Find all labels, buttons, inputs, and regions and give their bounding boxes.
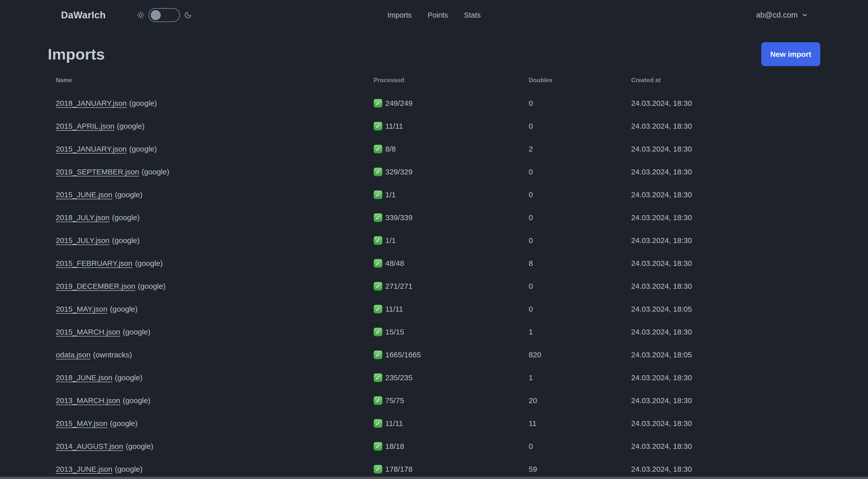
nav-link-imports[interactable]: Imports: [387, 11, 412, 19]
check-icon: ✓: [374, 122, 382, 130]
created-at-cell: 24.03.2024, 18:30: [631, 321, 812, 343]
processed-count: 1665/1665: [385, 351, 421, 359]
import-file-link[interactable]: 2018_JUNE.json: [56, 373, 112, 382]
table-row: 2019_SEPTEMBER.json(google) ✓ 329/329 0 …: [56, 160, 812, 183]
import-file-link[interactable]: 2019_DECEMBER.json: [56, 282, 135, 290]
table-row: odata.json(owntracks) ✓ 1665/1665 820 24…: [56, 343, 812, 366]
doubles-cell: 1: [529, 321, 631, 343]
toggle-knob: [151, 10, 161, 20]
processed-count: 1/1: [385, 236, 396, 245]
created-at-cell: 24.03.2024, 18:30: [631, 252, 812, 275]
check-icon: ✓: [374, 168, 382, 176]
import-file-link[interactable]: 2013_MARCH.json: [56, 396, 120, 405]
name-cell: 2018_JUNE.json(google): [56, 366, 374, 389]
processed-cell: ✓ 15/15: [374, 321, 529, 343]
import-source-label: (google): [110, 305, 137, 313]
nav-link-points[interactable]: Points: [428, 11, 448, 19]
table-row: 2018_JANUARY.json(google) ✓ 249/249 0 24…: [56, 92, 812, 115]
doubles-cell: 0: [529, 229, 631, 252]
processed-count: 15/15: [385, 328, 404, 336]
name-cell: 2013_JUNE.json(google): [56, 458, 374, 479]
table-row: 2015_JULY.json(google) ✓ 1/1 0 24.03.202…: [56, 229, 812, 252]
name-cell: 2018_JANUARY.json(google): [56, 92, 374, 115]
import-source-label: (google): [142, 168, 169, 176]
check-icon: ✓: [374, 351, 382, 359]
main-nav: Imports Points Stats: [387, 11, 480, 19]
import-file-link[interactable]: 2018_JULY.json: [56, 213, 110, 222]
created-at-cell: 24.03.2024, 18:05: [631, 343, 812, 366]
table-row: 2019_DECEMBER.json(google) ✓ 271/271 0 2…: [56, 275, 812, 298]
import-file-link[interactable]: 2015_JULY.json: [56, 236, 110, 244]
check-icon: ✓: [374, 236, 382, 245]
created-at-cell: 24.03.2024, 18:30: [631, 206, 812, 229]
processed-cell: ✓ 75/75: [374, 389, 529, 412]
app-logo: DaWarIch: [61, 10, 106, 21]
import-file-link[interactable]: 2015_MAY.json: [56, 305, 107, 313]
theme-toggle-switch[interactable]: [149, 8, 180, 22]
doubles-cell: 1: [529, 366, 631, 389]
table-row: 2015_MARCH.json(google) ✓ 15/15 1 24.03.…: [56, 321, 812, 343]
import-source-label: (google): [123, 328, 150, 336]
nav-link-stats[interactable]: Stats: [464, 11, 481, 19]
processed-cell: ✓ 48/48: [374, 252, 529, 275]
doubles-cell: 0: [529, 275, 631, 298]
doubles-cell: 59: [529, 458, 631, 479]
doubles-cell: 2: [529, 138, 631, 160]
import-source-label: (google): [110, 419, 137, 427]
table-row: 2015_JUNE.json(google) ✓ 1/1 0 24.03.202…: [56, 183, 812, 206]
doubles-cell: 820: [529, 343, 631, 366]
import-source-label: (google): [135, 259, 163, 267]
import-file-link[interactable]: 2015_FEBRUARY.json: [56, 259, 133, 267]
table-row: 2018_JULY.json(google) ✓ 339/339 0 24.03…: [56, 206, 812, 229]
table-header-row: Name Processed Doubles Created at: [56, 68, 812, 92]
column-header-doubles: Doubles: [529, 68, 631, 92]
check-icon: ✓: [374, 190, 382, 199]
import-source-label: (google): [126, 442, 153, 450]
import-file-link[interactable]: 2015_JANUARY.json: [56, 145, 127, 153]
created-at-cell: 24.03.2024, 18:30: [631, 229, 812, 252]
import-file-link[interactable]: odata.json: [56, 351, 90, 359]
check-icon: ✓: [374, 99, 382, 108]
processed-cell: ✓ 178/178: [374, 458, 529, 479]
processed-count: 75/75: [385, 396, 404, 405]
table-row: 2013_JUNE.json(google) ✓ 178/178 59 24.0…: [56, 458, 812, 479]
name-cell: 2015_FEBRUARY.json(google): [56, 252, 374, 275]
moon-icon: [184, 11, 192, 19]
doubles-cell: 0: [529, 435, 631, 458]
created-at-cell: 24.03.2024, 18:05: [631, 298, 812, 321]
import-file-link[interactable]: 2013_JUNE.json: [56, 465, 112, 473]
check-icon: ✓: [374, 145, 382, 153]
import-file-link[interactable]: 2015_APRIL.json: [56, 122, 115, 130]
horizontal-scrollbar[interactable]: [0, 477, 868, 479]
name-cell: 2015_JUNE.json(google): [56, 183, 374, 206]
account-menu[interactable]: ab@cd.com: [756, 10, 808, 20]
import-source-label: (google): [138, 282, 165, 290]
processed-count: 18/18: [385, 442, 404, 451]
created-at-cell: 24.03.2024, 18:30: [631, 92, 812, 115]
check-icon: ✓: [374, 396, 382, 405]
processed-cell: ✓ 1665/1665: [374, 343, 529, 366]
doubles-cell: 0: [529, 115, 631, 138]
name-cell: 2013_MARCH.json(google): [56, 389, 374, 412]
created-at-cell: 24.03.2024, 18:30: [631, 389, 812, 412]
import-file-link[interactable]: 2015_MAY.json: [56, 419, 107, 427]
check-icon: ✓: [374, 419, 382, 428]
import-file-link[interactable]: 2015_JUNE.json: [56, 190, 112, 199]
table-row: 2015_MAY.json(google) ✓ 11/11 11 24.03.2…: [56, 412, 812, 435]
import-file-link[interactable]: 2019_SEPTEMBER.json: [56, 168, 139, 176]
processed-count: 11/11: [385, 305, 403, 313]
name-cell: 2015_MAY.json(google): [56, 298, 374, 321]
processed-cell: ✓ 235/235: [374, 366, 529, 389]
table-row: 2015_APRIL.json(google) ✓ 11/11 0 24.03.…: [56, 115, 812, 138]
import-file-link[interactable]: 2014_AUGUST.json: [56, 442, 123, 450]
processed-cell: ✓ 1/1: [374, 183, 529, 206]
import-file-link[interactable]: 2015_MARCH.json: [56, 328, 120, 336]
new-import-button[interactable]: New import: [761, 42, 820, 66]
import-file-link[interactable]: 2018_JANUARY.json: [56, 99, 127, 107]
import-source-label: (google): [115, 190, 143, 199]
processed-count: 235/235: [385, 373, 412, 382]
processed-count: 178/178: [385, 465, 412, 474]
processed-cell: ✓ 1/1: [374, 229, 529, 252]
column-header-processed: Processed: [374, 68, 529, 92]
created-at-cell: 24.03.2024, 18:30: [631, 435, 812, 458]
